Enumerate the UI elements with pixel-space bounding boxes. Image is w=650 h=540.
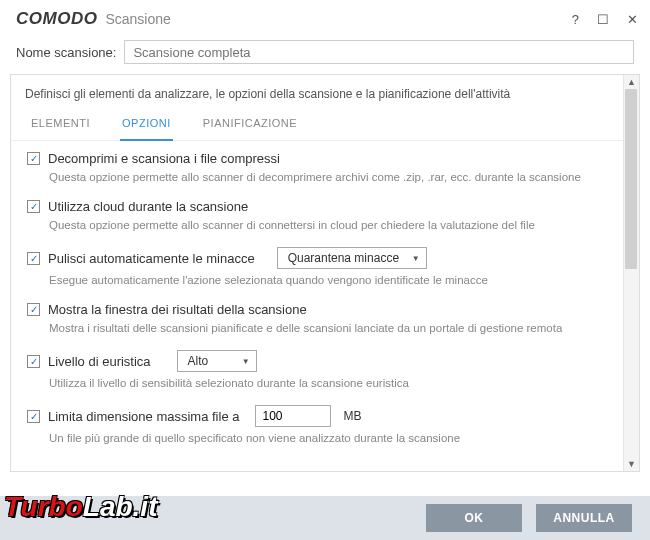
select-autoclean-action[interactable]: Quarantena minacce <box>277 247 427 269</box>
options-area: ✓ Decomprimi e scansiona i file compress… <box>11 141 639 471</box>
option-results-title: Mostra la finestra dei risultati della s… <box>48 302 307 317</box>
tab-options[interactable]: OPZIONI <box>120 109 173 141</box>
window-subtitle: Scansione <box>105 11 170 27</box>
input-maxsize[interactable] <box>255 405 331 427</box>
option-maxsize-desc: Un file più grande di quello specificato… <box>49 430 615 446</box>
panel-description: Definisci gli elementi da analizzare, le… <box>11 75 639 109</box>
option-results-desc: Mostra i risultati delle scansioni piani… <box>49 320 615 336</box>
help-icon[interactable]: ? <box>572 12 579 27</box>
option-maxsize: ✓ Limita dimensione massima file a MB Un… <box>27 405 615 446</box>
scan-name-label: Nome scansione: <box>16 45 116 60</box>
tabs: ELEMENTI OPZIONI PIANIFICAZIONE <box>11 109 639 141</box>
option-cloud-title: Utilizza cloud durante la scansione <box>48 199 248 214</box>
close-icon[interactable]: ✕ <box>627 12 638 27</box>
scan-name-input[interactable] <box>124 40 634 64</box>
checkbox-autoclean[interactable]: ✓ <box>27 252 40 265</box>
checkbox-maxsize[interactable]: ✓ <box>27 410 40 423</box>
cancel-button[interactable]: ANNULLA <box>536 504 632 532</box>
select-heuristic-level[interactable]: Alto <box>177 350 257 372</box>
select-autoclean-value: Quarantena minacce <box>288 251 399 265</box>
option-cloud: ✓ Utilizza cloud durante la scansione Qu… <box>27 199 615 233</box>
checkbox-cloud[interactable]: ✓ <box>27 200 40 213</box>
scroll-up-icon[interactable]: ▲ <box>627 77 636 87</box>
main-panel: Definisci gli elementi da analizzare, le… <box>10 74 640 472</box>
option-heuristic: ✓ Livello di euristica Alto Utilizza il … <box>27 350 615 391</box>
tab-elements[interactable]: ELEMENTI <box>29 109 92 140</box>
option-decompress-desc: Questa opzione permette allo scanner di … <box>49 169 615 185</box>
option-results: ✓ Mostra la finestra dei risultati della… <box>27 302 615 336</box>
window-controls: ? ☐ ✕ <box>572 12 638 27</box>
checkbox-results[interactable]: ✓ <box>27 303 40 316</box>
option-heuristic-title: Livello di euristica <box>48 354 151 369</box>
select-heuristic-value: Alto <box>188 354 209 368</box>
option-cloud-desc: Questa opzione permette allo scanner di … <box>49 217 615 233</box>
option-autoclean: ✓ Pulisci automaticamente le minacce Qua… <box>27 247 615 288</box>
option-decompress-title: Decomprimi e scansiona i file compressi <box>48 151 280 166</box>
footer: OK ANNULLA <box>0 496 650 540</box>
option-autoclean-desc: Esegue automaticamente l'azione selezion… <box>49 272 615 288</box>
scroll-down-icon[interactable]: ▼ <box>627 459 636 469</box>
scrollbar-thumb[interactable] <box>625 89 637 269</box>
checkbox-decompress[interactable]: ✓ <box>27 152 40 165</box>
scrollbar[interactable]: ▲ ▼ <box>623 75 639 471</box>
scan-name-row: Nome scansione: <box>0 34 650 74</box>
checkbox-heuristic[interactable]: ✓ <box>27 355 40 368</box>
ok-button[interactable]: OK <box>426 504 522 532</box>
titlebar: COMODO Scansione ? ☐ ✕ <box>0 0 650 34</box>
option-autoclean-title: Pulisci automaticamente le minacce <box>48 251 255 266</box>
option-decompress: ✓ Decomprimi e scansiona i file compress… <box>27 151 615 185</box>
maxsize-unit: MB <box>343 409 361 423</box>
option-heuristic-desc: Utilizza il livello di sensibilità selez… <box>49 375 615 391</box>
tab-schedule[interactable]: PIANIFICAZIONE <box>201 109 299 140</box>
option-maxsize-title: Limita dimensione massima file a <box>48 409 239 424</box>
brand-logo: COMODO <box>16 9 97 29</box>
maximize-icon[interactable]: ☐ <box>597 12 609 27</box>
